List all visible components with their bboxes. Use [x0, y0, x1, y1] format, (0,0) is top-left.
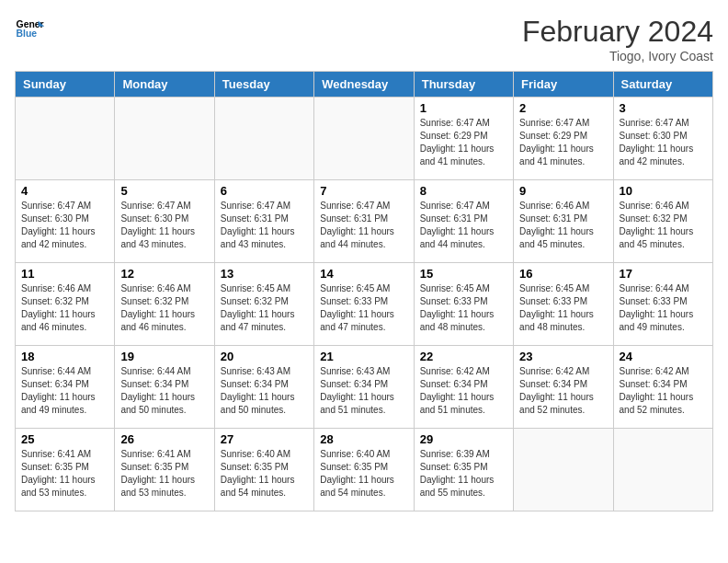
week-row-2: 11Sunrise: 6:46 AMSunset: 6:32 PMDayligh… [16, 263, 713, 346]
calendar-cell: 3Sunrise: 6:47 AMSunset: 6:30 PMDaylight… [613, 98, 712, 180]
day-number: 16 [519, 267, 607, 281]
day-number: 11 [21, 267, 108, 281]
day-info: Sunrise: 6:41 AMSunset: 6:35 PMDaylight:… [120, 448, 208, 500]
day-number: 6 [221, 184, 308, 198]
day-number: 28 [320, 432, 407, 446]
day-info: Sunrise: 6:47 AMSunset: 6:30 PMDaylight:… [21, 200, 108, 251]
day-info: Sunrise: 6:47 AMSunset: 6:31 PMDaylight:… [420, 200, 507, 251]
day-number: 13 [221, 267, 308, 281]
week-row-0: 1Sunrise: 6:47 AMSunset: 6:29 PMDaylight… [16, 98, 713, 180]
calendar-cell: 19Sunrise: 6:44 AMSunset: 6:34 PMDayligh… [115, 346, 214, 429]
day-info: Sunrise: 6:46 AMSunset: 6:32 PMDaylight:… [120, 282, 208, 334]
calendar-cell: 20Sunrise: 6:43 AMSunset: 6:34 PMDayligh… [214, 346, 313, 429]
day-number: 3 [620, 101, 707, 115]
day-info: Sunrise: 6:47 AMSunset: 6:30 PMDaylight:… [120, 200, 208, 251]
day-number: 8 [420, 184, 507, 198]
day-info: Sunrise: 6:47 AMSunset: 6:30 PMDaylight:… [620, 117, 707, 168]
calendar-cell: 11Sunrise: 6:46 AMSunset: 6:32 PMDayligh… [16, 263, 115, 346]
day-number: 12 [120, 267, 208, 281]
calendar-cell: 16Sunrise: 6:45 AMSunset: 6:33 PMDayligh… [514, 263, 613, 346]
day-number: 15 [420, 267, 507, 281]
day-info: Sunrise: 6:47 AMSunset: 6:31 PMDaylight:… [320, 200, 407, 251]
calendar-cell: 17Sunrise: 6:44 AMSunset: 6:33 PMDayligh… [613, 263, 712, 346]
day-number: 5 [120, 184, 208, 198]
day-info: Sunrise: 6:42 AMSunset: 6:34 PMDaylight:… [620, 365, 707, 417]
calendar-cell: 2Sunrise: 6:47 AMSunset: 6:29 PMDaylight… [514, 98, 613, 180]
logo-icon: General Blue [15, 15, 44, 44]
day-info: Sunrise: 6:42 AMSunset: 6:34 PMDaylight:… [420, 365, 507, 417]
header-sunday: Sunday [16, 72, 115, 98]
day-info: Sunrise: 6:45 AMSunset: 6:33 PMDaylight:… [519, 282, 607, 334]
header-thursday: Thursday [414, 72, 513, 98]
day-number: 14 [320, 267, 407, 281]
title-block: February 2024 Tiogo, Ivory Coast [522, 15, 713, 63]
calendar-cell: 12Sunrise: 6:46 AMSunset: 6:32 PMDayligh… [115, 263, 214, 346]
calendar-cell: 14Sunrise: 6:45 AMSunset: 6:33 PMDayligh… [314, 263, 414, 346]
day-info: Sunrise: 6:40 AMSunset: 6:35 PMDaylight:… [320, 448, 407, 500]
day-info: Sunrise: 6:40 AMSunset: 6:35 PMDaylight:… [221, 448, 308, 500]
day-number: 29 [420, 432, 507, 446]
calendar-cell: 27Sunrise: 6:40 AMSunset: 6:35 PMDayligh… [214, 429, 313, 511]
day-number: 22 [420, 350, 507, 363]
day-info: Sunrise: 6:39 AMSunset: 6:35 PMDaylight:… [420, 448, 507, 500]
calendar-cell: 8Sunrise: 6:47 AMSunset: 6:31 PMDaylight… [414, 180, 513, 263]
day-number: 18 [21, 350, 108, 363]
calendar-cell: 15Sunrise: 6:45 AMSunset: 6:33 PMDayligh… [414, 263, 513, 346]
day-info: Sunrise: 6:46 AMSunset: 6:32 PMDaylight:… [21, 282, 108, 334]
day-number: 21 [320, 350, 407, 363]
calendar-cell: 25Sunrise: 6:41 AMSunset: 6:35 PMDayligh… [16, 429, 115, 511]
calendar-cell [115, 98, 214, 180]
calendar-cell: 5Sunrise: 6:47 AMSunset: 6:30 PMDaylight… [115, 180, 214, 263]
calendar-cell: 18Sunrise: 6:44 AMSunset: 6:34 PMDayligh… [16, 346, 115, 429]
logo: General Blue [15, 15, 44, 44]
day-info: Sunrise: 6:44 AMSunset: 6:34 PMDaylight:… [21, 365, 108, 417]
day-info: Sunrise: 6:45 AMSunset: 6:33 PMDaylight:… [420, 282, 507, 334]
calendar-cell [214, 98, 313, 180]
day-info: Sunrise: 6:44 AMSunset: 6:34 PMDaylight:… [120, 365, 208, 417]
calendar-cell [16, 98, 115, 180]
day-number: 4 [21, 184, 108, 198]
day-info: Sunrise: 6:43 AMSunset: 6:34 PMDaylight:… [221, 365, 308, 417]
day-number: 25 [21, 432, 108, 446]
calendar-cell: 7Sunrise: 6:47 AMSunset: 6:31 PMDaylight… [314, 180, 414, 263]
header-friday: Friday [514, 72, 613, 98]
day-number: 23 [519, 350, 607, 363]
calendar-cell: 10Sunrise: 6:46 AMSunset: 6:32 PMDayligh… [613, 180, 712, 263]
calendar-cell: 29Sunrise: 6:39 AMSunset: 6:35 PMDayligh… [414, 429, 513, 511]
calendar-cell: 4Sunrise: 6:47 AMSunset: 6:30 PMDaylight… [16, 180, 115, 263]
day-info: Sunrise: 6:44 AMSunset: 6:33 PMDaylight:… [620, 282, 707, 334]
calendar-cell: 26Sunrise: 6:41 AMSunset: 6:35 PMDayligh… [115, 429, 214, 511]
week-row-4: 25Sunrise: 6:41 AMSunset: 6:35 PMDayligh… [16, 429, 713, 511]
calendar-cell: 24Sunrise: 6:42 AMSunset: 6:34 PMDayligh… [613, 346, 712, 429]
day-info: Sunrise: 6:46 AMSunset: 6:32 PMDaylight:… [620, 200, 707, 251]
day-number: 20 [221, 350, 308, 363]
calendar-cell: 6Sunrise: 6:47 AMSunset: 6:31 PMDaylight… [214, 180, 313, 263]
calendar-cell: 23Sunrise: 6:42 AMSunset: 6:34 PMDayligh… [514, 346, 613, 429]
calendar-cell [514, 429, 613, 511]
day-number: 9 [519, 184, 607, 198]
day-number: 2 [519, 101, 607, 115]
calendar-table: SundayMondayTuesdayWednesdayThursdayFrid… [15, 71, 713, 511]
header-wednesday: Wednesday [314, 72, 414, 98]
day-info: Sunrise: 6:43 AMSunset: 6:34 PMDaylight:… [320, 365, 407, 417]
day-info: Sunrise: 6:45 AMSunset: 6:32 PMDaylight:… [221, 282, 308, 334]
day-number: 24 [620, 350, 707, 363]
day-number: 1 [420, 101, 507, 115]
day-info: Sunrise: 6:42 AMSunset: 6:34 PMDaylight:… [519, 365, 607, 417]
svg-text:Blue: Blue [17, 29, 38, 39]
day-number: 17 [620, 267, 707, 281]
day-number: 27 [221, 432, 308, 446]
location-subtitle: Tiogo, Ivory Coast [522, 49, 713, 63]
calendar-cell: 1Sunrise: 6:47 AMSunset: 6:29 PMDaylight… [414, 98, 513, 180]
day-info: Sunrise: 6:45 AMSunset: 6:33 PMDaylight:… [320, 282, 407, 334]
day-number: 19 [120, 350, 208, 363]
day-info: Sunrise: 6:46 AMSunset: 6:31 PMDaylight:… [519, 200, 607, 251]
calendar-cell: 22Sunrise: 6:42 AMSunset: 6:34 PMDayligh… [414, 346, 513, 429]
page-header: General Blue February 2024 Tiogo, Ivory … [15, 15, 713, 63]
day-info: Sunrise: 6:47 AMSunset: 6:29 PMDaylight:… [519, 117, 607, 168]
calendar-header-row: SundayMondayTuesdayWednesdayThursdayFrid… [16, 72, 713, 98]
day-number: 7 [320, 184, 407, 198]
day-info: Sunrise: 6:47 AMSunset: 6:31 PMDaylight:… [221, 200, 308, 251]
day-info: Sunrise: 6:47 AMSunset: 6:29 PMDaylight:… [420, 117, 507, 168]
header-tuesday: Tuesday [214, 72, 313, 98]
